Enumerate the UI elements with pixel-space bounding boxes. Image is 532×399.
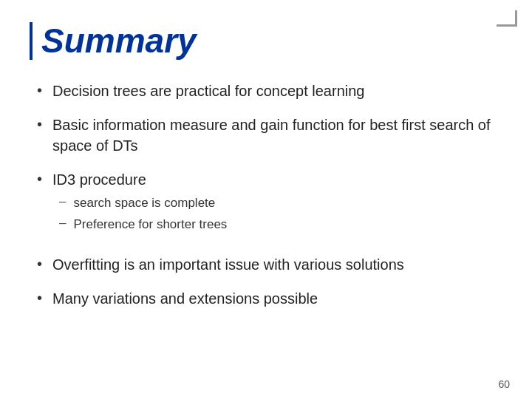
bullet-text-2: Basic information measure and gain funct…	[52, 115, 502, 156]
bullet-text-4: Overfitting is an important issue with v…	[52, 254, 404, 275]
content-area: • Decision trees are practical for conce…	[30, 81, 502, 310]
title-section: Summary	[30, 22, 502, 60]
page-number: 60	[498, 378, 510, 390]
sub-bullet-text-2: Preference for shorter trees	[73, 216, 227, 233]
sub-bullet-item-1: – search space is complete	[59, 194, 227, 212]
bullet-item-4: • Overfitting is an important issue with…	[37, 254, 502, 275]
bullet-item-2: • Basic information measure and gain fun…	[37, 115, 502, 156]
bullet-dot-2: •	[37, 116, 42, 133]
sub-bullets-3: – search space is complete – Preference …	[59, 194, 227, 239]
bullet-dot-5: •	[37, 290, 42, 307]
bullet-item-1: • Decision trees are practical for conce…	[37, 81, 502, 101]
corner-bracket-decoration	[497, 10, 517, 27]
bullet-text-5: Many variations and extensions possible	[52, 288, 318, 309]
slide-title: Summary	[41, 22, 502, 60]
slide: Summary • Decision trees are practical f…	[0, 0, 532, 399]
sub-bullet-text-1: search space is complete	[73, 194, 215, 212]
bullet-item-5: • Many variations and extensions possibl…	[37, 288, 502, 309]
bullet-dot-1: •	[37, 82, 42, 99]
bullet-dot-4: •	[37, 256, 42, 273]
bullet-item-3: • ID3 procedure – search space is comple…	[37, 169, 502, 242]
sub-bullet-dash-2: –	[59, 216, 66, 231]
sub-bullet-dash-1: –	[59, 194, 66, 209]
bullet-text-3: ID3 procedure	[52, 169, 146, 190]
bullet-text-1: Decision trees are practical for concept…	[52, 81, 364, 101]
sub-bullet-item-2: – Preference for shorter trees	[59, 216, 227, 233]
bullet-dot-3: •	[37, 171, 42, 188]
